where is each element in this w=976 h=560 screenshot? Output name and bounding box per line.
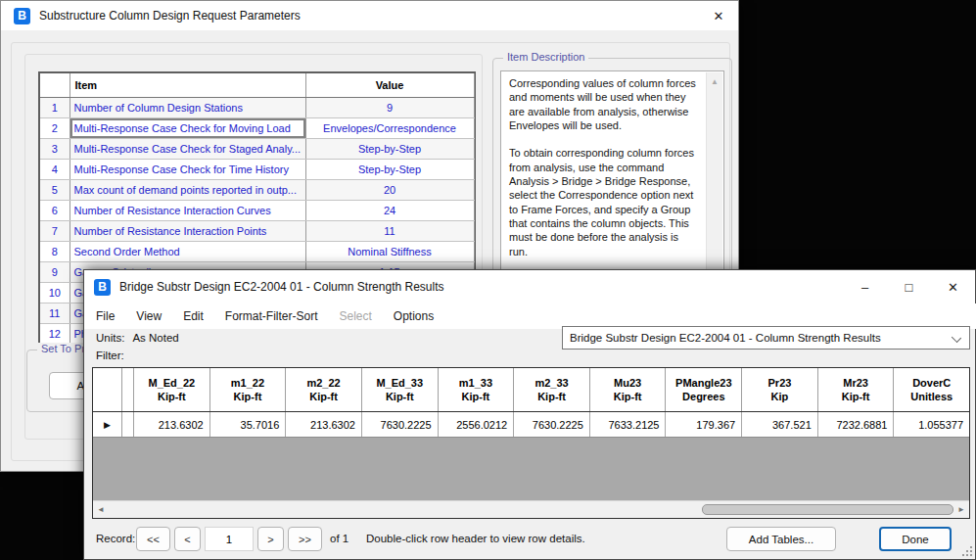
column-name: Pr23 [768, 376, 792, 390]
results-window-title: Bridge Substr Design EC2-2004 01 - Colum… [119, 280, 444, 294]
param-item-cell[interactable]: Multi-Response Case Check for Staged Ana… [70, 139, 305, 160]
param-row-number[interactable]: 6 [40, 201, 70, 221]
menu-format-filter-sort[interactable]: Format-Filter-Sort [214, 309, 329, 323]
grid-cell-pr23[interactable]: 367.521 [742, 412, 818, 437]
record-number-input[interactable] [205, 527, 254, 551]
param-table-row: 8Second Order MethodNominal Stiffness [40, 242, 474, 262]
grid-narrow-header-cell [122, 368, 134, 411]
param-value-cell[interactable]: Nominal Stiffness [305, 242, 474, 262]
param-item-cell[interactable]: Max count of demand points reported in o… [70, 180, 305, 201]
filter-label: Filter: [96, 350, 124, 361]
param-table-row: 3Multi-Response Case Check for Staged An… [40, 139, 474, 160]
maximize-icon[interactable]: □ [887, 270, 931, 303]
grid-cell-m_ed_33[interactable]: 7630.2225 [362, 412, 439, 437]
param-row-number[interactable]: 2 [40, 118, 70, 139]
param-value-cell[interactable]: 20 [305, 180, 474, 201]
param-value-cell[interactable]: 11 [305, 221, 474, 242]
param-value-cell[interactable]: 24 [305, 201, 474, 221]
param-window-titlebar[interactable]: B Substructure Column Design Request Par… [1, 1, 738, 30]
add-tables-button[interactable]: Add Tables... [726, 527, 836, 551]
grid-cell-doverc[interactable]: 1.055377 [894, 412, 969, 437]
column-header-mu23[interactable]: Mu23Kip-ft [590, 368, 667, 411]
param-value-cell[interactable]: Envelopes/Correspondence [305, 118, 474, 139]
column-header-pmangle23[interactable]: PMangle23Degrees [666, 368, 742, 411]
column-header-m1_22[interactable]: m1_22Kip-ft [210, 368, 287, 411]
param-row-number[interactable]: 12 [40, 324, 70, 345]
table-select-dropdown[interactable]: Bridge Substr Design EC2-2004 01 - Colum… [562, 326, 970, 350]
param-row-number[interactable]: 11 [40, 303, 70, 324]
param-item-cell[interactable]: Multi-Response Case Check for Time Histo… [70, 160, 305, 180]
resize-grip[interactable] [961, 545, 972, 556]
param-item-cell[interactable]: Number of Resistance Interaction Points [70, 221, 305, 242]
grid-cell-m2_22[interactable]: 213.6302 [286, 412, 362, 437]
grid-cell-m1_33[interactable]: 2556.0212 [439, 412, 515, 437]
param-item-cell[interactable]: Number of Column Design Stations [70, 98, 305, 118]
param-item-cell[interactable]: Multi-Response Case Check for Moving Loa… [70, 118, 305, 139]
column-name: m1_33 [459, 376, 492, 390]
menu-file[interactable]: File [85, 309, 125, 323]
results-grid: M_Ed_22Kip-ftm1_22Kip-ftm2_22Kip-ftM_Ed_… [92, 367, 970, 519]
record-label: Record: [96, 533, 135, 544]
column-header-m_ed_33[interactable]: M_Ed_33Kip-ft [362, 368, 439, 411]
units-row: Units:As Noted [96, 332, 179, 344]
close-icon[interactable]: ✕ [931, 270, 975, 303]
column-name: m2_22 [306, 376, 340, 390]
param-row-number[interactable]: 10 [40, 283, 70, 303]
menu-options[interactable]: Options [383, 309, 444, 323]
done-button[interactable]: Done [879, 527, 952, 551]
scroll-up-icon[interactable]: ▲ [707, 72, 722, 86]
menu-view[interactable]: View [125, 309, 172, 323]
param-row-number[interactable]: 8 [40, 242, 70, 262]
column-header-m2_33[interactable]: m2_33Kip-ft [514, 368, 590, 411]
window-controls: – □ ✕ [843, 270, 975, 303]
column-name: DoverC [912, 376, 951, 390]
grid-cell-mu23[interactable]: 7633.2125 [590, 412, 667, 437]
results-window-titlebar[interactable]: B Bridge Substr Design EC2-2004 01 - Col… [84, 270, 975, 303]
column-name: M_Ed_33 [376, 376, 423, 390]
column-unit: Kip-ft [842, 390, 870, 403]
grid-cell-pmangle23[interactable]: 179.367 [666, 412, 742, 437]
column-header-m1_33[interactable]: m1_33Kip-ft [439, 368, 515, 411]
record-first-button[interactable]: << [136, 527, 170, 551]
column-unit: Kip [771, 390, 789, 403]
item-description-label: Item Description [503, 51, 588, 63]
scrollbar-thumb[interactable] [702, 504, 953, 515]
scroll-right-icon[interactable]: ► [953, 501, 969, 518]
param-value-cell[interactable]: Step-by-Step [305, 139, 474, 160]
param-value-cell[interactable]: 9 [305, 98, 474, 118]
column-header-m_ed_22[interactable]: M_Ed_22Kip-ft [134, 368, 210, 411]
menu-edit[interactable]: Edit [172, 309, 214, 323]
column-header-doverc[interactable]: DoverCUnitless [894, 368, 969, 411]
grid-data-row[interactable]: ▶ 213.630235.7016213.63027630.22252556.0… [93, 412, 969, 438]
param-row-number[interactable]: 3 [40, 139, 70, 160]
record-next-button[interactable]: > [257, 527, 284, 551]
column-header-pr23[interactable]: Pr23Kip [742, 368, 818, 411]
column-unit: Unitless [910, 390, 953, 403]
param-row-number[interactable]: 5 [40, 180, 70, 201]
units-label: Units: [96, 332, 124, 344]
grid-header-row: M_Ed_22Kip-ftm1_22Kip-ftm2_22Kip-ftM_Ed_… [93, 368, 969, 412]
close-icon[interactable]: ✕ [699, 1, 738, 30]
param-value-cell[interactable]: Step-by-Step [305, 160, 474, 180]
param-row-number[interactable]: 7 [40, 221, 70, 242]
grid-cell-m2_33[interactable]: 7630.2225 [514, 412, 590, 437]
column-header-m2_22[interactable]: m2_22Kip-ft [286, 368, 362, 411]
minimize-icon[interactable]: – [843, 270, 887, 303]
grid-cell-mr23[interactable]: 7232.6881 [818, 412, 895, 437]
param-item-cell[interactable]: Second Order Method [70, 242, 305, 262]
app-logo-icon: B [14, 8, 30, 24]
param-row-number[interactable]: 1 [40, 98, 70, 118]
param-row-number[interactable]: 4 [40, 160, 70, 180]
param-table-row: 4Multi-Response Case Check for Time Hist… [40, 160, 474, 180]
row-selector-icon[interactable]: ▶ [93, 412, 122, 437]
grid-cell-m1_22[interactable]: 35.7016 [210, 412, 287, 437]
record-last-button[interactable]: >> [288, 527, 322, 551]
grid-cell-m_ed_22[interactable]: 213.6302 [134, 412, 210, 437]
grid-horizontal-scrollbar[interactable]: ◄ ► [93, 500, 969, 518]
column-name: m1_22 [231, 376, 264, 390]
column-header-mr23[interactable]: Mr23Kip-ft [818, 368, 895, 411]
scroll-left-icon[interactable]: ◄ [93, 501, 109, 518]
record-previous-button[interactable]: < [174, 527, 201, 551]
param-item-cell[interactable]: Number of Resistance Interaction Curves [70, 201, 305, 221]
param-row-number[interactable]: 9 [40, 262, 70, 283]
